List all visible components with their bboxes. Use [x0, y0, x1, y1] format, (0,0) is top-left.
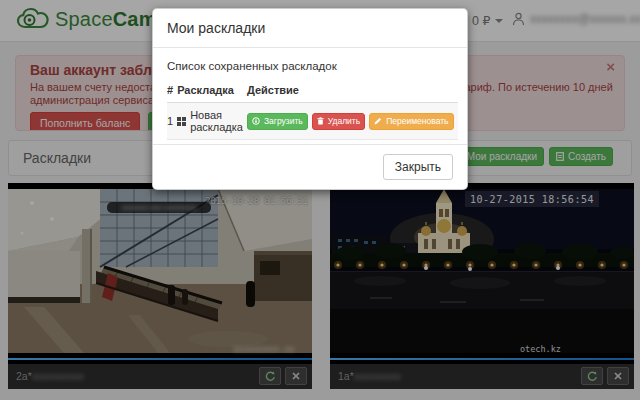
- modal-title: Мои раскладки: [153, 9, 467, 48]
- table-row: 1 Новая раскладка: [167, 103, 458, 140]
- download-circle-icon: [252, 117, 260, 125]
- delete-layout-button[interactable]: Удалить: [312, 113, 365, 130]
- rename-layout-button[interactable]: Переименовать: [369, 113, 453, 130]
- col-header-num: #: [167, 81, 177, 103]
- col-header-action: Действие: [247, 81, 458, 103]
- col-header-layout: Раскладка: [177, 81, 247, 103]
- pencil-icon: [374, 117, 382, 125]
- layout-name: Новая раскладка: [190, 109, 243, 133]
- trash-icon: [317, 117, 324, 125]
- layout-grid-icon: [177, 117, 186, 126]
- my-layouts-modal: Мои раскладки Список сохраненных расклад…: [152, 8, 468, 190]
- load-layout-button[interactable]: Загрузить: [247, 113, 308, 130]
- spacecam-page: SpaceCam 0 ₽ xxxxxxxx@xxxxxx.xx × Ваш ак…: [0, 0, 640, 400]
- layouts-table: # Раскладка Действие 1 Новая раскладка: [167, 81, 458, 140]
- modal-close-button[interactable]: Закрыть: [383, 154, 453, 180]
- row-num: 1: [167, 103, 177, 140]
- modal-subtitle: Список сохраненных раскладок: [167, 60, 453, 72]
